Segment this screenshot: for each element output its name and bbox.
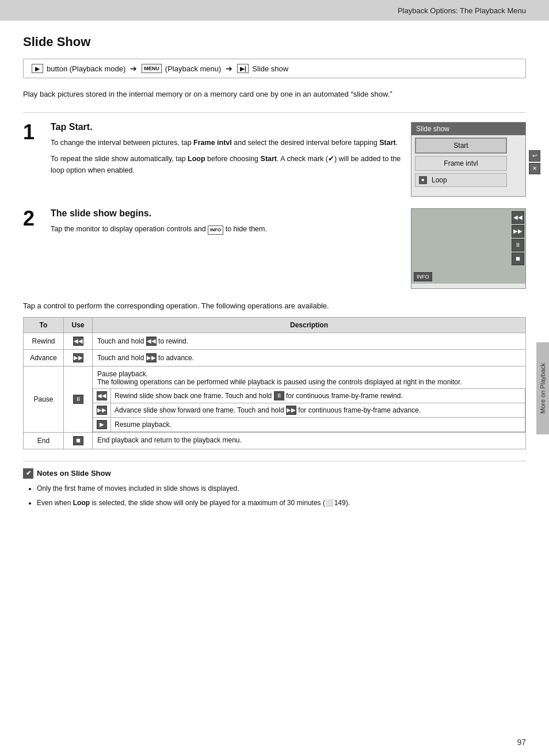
step-1-body: To change the interval between pictures,… (51, 137, 402, 176)
td-rewind-use: ◀◀ (64, 333, 93, 349)
step-1-para-2: To repeat the slide show automatically, … (51, 153, 402, 176)
close-icon: ✕ (529, 163, 540, 174)
playback-controls: ◀◀ ▶▶ ⏸ ⏹ (510, 209, 525, 268)
th-use: Use (64, 317, 93, 333)
note-item-2: Even when Loop is selected, the slide sh… (37, 498, 526, 509)
sub-row-resume: ▶ Resume playback. (93, 417, 525, 432)
top-bar-title: Playback Options: The Playback Menu (398, 6, 526, 15)
step-2: 2 The slide show begins. Tap the monitor… (23, 208, 526, 289)
sub-td-advance-text: Advance slide show forward one frame. To… (111, 403, 525, 417)
step-2-number: 2 (23, 208, 41, 229)
info-button-mockup: INFO (414, 272, 432, 281)
note-item-1: Only the first frame of movies included … (37, 483, 526, 494)
sub-rewind-icon: ◀◀ (97, 391, 107, 400)
notes-section: ✔ Notes on Slide Show Only the first fra… (23, 461, 526, 509)
playback-mode-icon: ▶ (32, 64, 43, 73)
table-row-end: End ⏹ End playback and return to the pla… (24, 432, 526, 449)
menu-icon: MENU (142, 64, 162, 73)
step-1-title: Tap Start. (51, 122, 402, 132)
loop-item: ■ Loop (415, 173, 507, 187)
notes-title: Notes on Slide Show (37, 469, 111, 478)
step-2-content: The slide show begins. Tap the monitor t… (51, 208, 402, 239)
playback-screen-screenshot: INFO ◀◀ ▶▶ ⏸ ⏹ (411, 208, 526, 289)
pause-ctrl: ⏸ (512, 239, 524, 251)
page-number: 97 (517, 738, 526, 747)
sidebar-tab-label: More on Playback (539, 363, 546, 414)
sub-row-advance: ▶▶ Advance slide show forward one frame.… (93, 403, 525, 417)
td-end-use: ⏹ (64, 432, 93, 449)
td-pause-use: ⏸ (64, 366, 93, 432)
nav-box: ▶ button (Playback mode) ➔ MENU (Playbac… (23, 59, 526, 78)
step-1-para-1: To change the interval between pictures,… (51, 137, 402, 148)
th-to: To (24, 317, 64, 333)
top-bar: Playback Options: The Playback Menu (0, 0, 549, 21)
sub-advance-icon: ▶▶ (97, 406, 107, 415)
th-description: Description (93, 317, 526, 333)
sub-rewind-inline: ⏸ (274, 391, 284, 400)
pause-icon: ⏸ (73, 395, 83, 404)
start-button-mockup: Start (415, 138, 507, 154)
operations-table: To Use Description Rewind ◀◀ Touch and h… (23, 317, 526, 449)
sub-td-resume-text: Resume playback. (111, 417, 525, 432)
td-end-to: End (24, 432, 64, 449)
sub-advance-inline: ▶▶ (286, 406, 296, 415)
step-1: 1 Tap Start. To change the interval betw… (23, 122, 526, 197)
td-advance-use: ▶▶ (64, 349, 93, 366)
page-wrapper: Playback Options: The Playback Menu More… (0, 0, 549, 756)
end-icon: ⏹ (73, 436, 83, 445)
td-end-desc: End playback and return to the playback … (93, 432, 526, 449)
nav-text-3: Slide show (252, 64, 288, 73)
slideshow-icon: ▶| (237, 64, 249, 73)
page-title: Slide Show (23, 35, 526, 49)
loop-checkbox-icon: ■ (419, 176, 427, 184)
table-header-row: To Use Description (24, 317, 526, 333)
playback-screen: INFO ◀◀ ▶▶ ⏸ ⏹ (411, 209, 525, 284)
td-pause-to: Pause (24, 366, 64, 432)
td-rewind-to: Rewind (24, 333, 64, 349)
rewind-icon: ◀◀ (73, 337, 83, 346)
td-advance-to: Advance (24, 349, 64, 366)
nav-arrow-2: ➔ (226, 64, 232, 73)
frame-intvl-item: Frame intvl (415, 156, 507, 171)
main-content: More on Playback Slide Show ▶ button (Pl… (0, 21, 549, 756)
td-advance-desc: Touch and hold ▶▶ to advance. (93, 349, 526, 366)
td-pause-desc: Pause playback. The following operations… (93, 366, 526, 432)
advance-inline-icon: ▶▶ (146, 353, 157, 362)
right-sidebar-tab: More on Playback (536, 342, 549, 434)
back-icon: ↩ (529, 150, 540, 162)
step-1-number: 1 (23, 122, 41, 143)
rewind-ctrl: ◀◀ (512, 211, 524, 224)
sub-td-resume-icon: ▶ (93, 417, 111, 432)
table-row-advance: Advance ▶▶ Touch and hold ▶▶ to advance. (24, 349, 526, 366)
sub-td-advance-icon: ▶▶ (93, 403, 111, 417)
step-2-para-1: Tap the monitor to display operation con… (51, 223, 402, 235)
rewind-inline-icon: ◀◀ (146, 337, 157, 346)
sub-row-rewind: ◀◀ Rewind slide show back one frame. Tou… (93, 388, 525, 403)
nav-text-2: (Playback menu) (165, 64, 222, 73)
table-row-rewind: Rewind ◀◀ Touch and hold ◀◀ to rewind. (24, 333, 526, 349)
pause-desc-text: Pause playback. The following operations… (93, 366, 525, 388)
notes-list: Only the first frame of movies included … (23, 483, 526, 509)
table-intro: Tap a control to perform the correspondi… (23, 300, 526, 312)
slideshow-menu-title: Slide show (411, 123, 525, 135)
step-1-content: Tap Start. To change the interval betwee… (51, 122, 402, 181)
notes-header: ✔ Notes on Slide Show (23, 468, 526, 479)
slideshow-menu-screenshot: Slide show Start Frame intvl ■ Loop ↩ ✕ (411, 122, 526, 197)
sub-resume-icon: ▶ (97, 420, 107, 429)
advance-ctrl: ▶▶ (512, 225, 524, 238)
sub-td-rewind-icon: ◀◀ (93, 388, 111, 403)
stop-ctrl: ⏹ (512, 253, 524, 265)
loop-label: Loop (432, 176, 447, 184)
step-2-title: The slide show begins. (51, 208, 402, 219)
table-row-pause: Pause ⏸ Pause playback. The following op… (24, 366, 526, 432)
pause-sub-table: ◀◀ Rewind slide show back one frame. Tou… (93, 388, 525, 432)
sub-td-rewind-text: Rewind slide show back one frame. Touch … (111, 388, 525, 403)
nav-text-1: button (Playback mode) (47, 64, 125, 73)
advance-icon: ▶▶ (73, 353, 83, 362)
nav-arrow-1: ➔ (130, 64, 137, 73)
intro-text: Play back pictures stored in the interna… (23, 89, 526, 101)
side-icons: ↩ ✕ (529, 150, 540, 174)
td-rewind-desc: Touch and hold ◀◀ to rewind. (93, 333, 526, 349)
divider-1 (23, 112, 526, 113)
notes-check-icon: ✔ (23, 468, 33, 479)
